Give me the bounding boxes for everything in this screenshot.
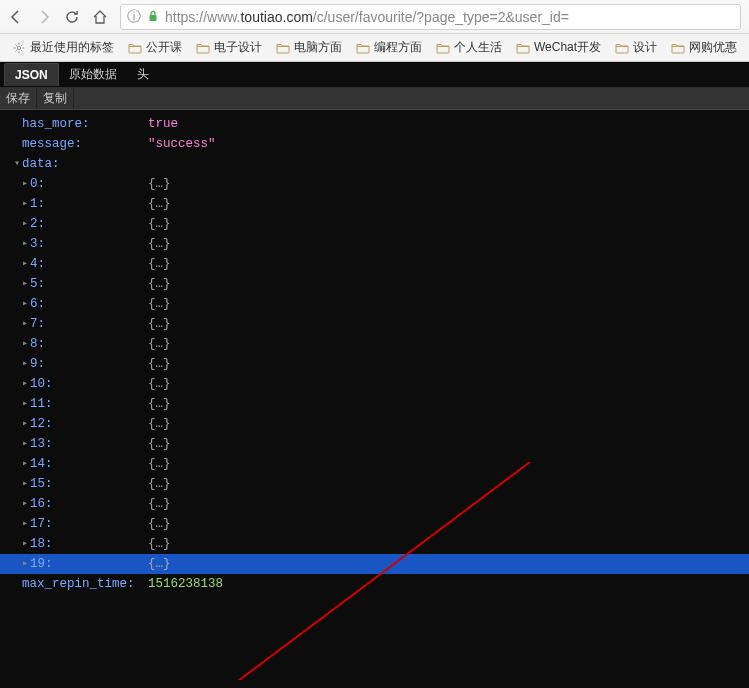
json-value[interactable]: {…}	[148, 194, 171, 214]
json-row-item[interactable]: 19:{…}	[0, 554, 749, 574]
json-value[interactable]: {…}	[148, 354, 171, 374]
json-row-item[interactable]: 3:{…}	[0, 234, 749, 254]
expand-right-icon[interactable]	[20, 474, 30, 494]
expand-right-icon[interactable]	[20, 454, 30, 474]
json-control-button[interactable]: 保存	[0, 88, 37, 109]
svg-point-1	[17, 46, 20, 49]
folder-icon	[128, 42, 142, 54]
bookmark-item[interactable]: 编程方面	[350, 37, 428, 58]
json-tab[interactable]: JSON	[4, 63, 59, 86]
expand-right-icon[interactable]	[20, 414, 30, 434]
json-tab[interactable]: 头	[127, 62, 159, 87]
bookmark-item[interactable]: WeChat开发	[510, 37, 607, 58]
expand-down-icon[interactable]	[12, 154, 22, 174]
expand-right-icon[interactable]	[20, 554, 30, 574]
expand-right-icon[interactable]	[20, 214, 30, 234]
bookmark-item[interactable]: 设计	[609, 37, 663, 58]
json-row-item[interactable]: 16:{…}	[0, 494, 749, 514]
json-row-item[interactable]: 2:{…}	[0, 214, 749, 234]
expand-right-icon[interactable]	[20, 534, 30, 554]
json-row-item[interactable]: 9:{…}	[0, 354, 749, 374]
json-value[interactable]: {…}	[148, 534, 171, 554]
back-button[interactable]	[8, 9, 24, 25]
json-row-item[interactable]: 0:{…}	[0, 174, 749, 194]
json-row-item[interactable]: 10:{…}	[0, 374, 749, 394]
json-value[interactable]: {…}	[148, 494, 171, 514]
json-value[interactable]: {…}	[148, 174, 171, 194]
json-value[interactable]: {…}	[148, 314, 171, 334]
expand-right-icon[interactable]	[20, 394, 30, 414]
json-row-item[interactable]: 17:{…}	[0, 514, 749, 534]
json-key: 16:	[30, 497, 53, 511]
bookmark-item[interactable]: 最近使用的标签	[6, 37, 120, 58]
expand-right-icon[interactable]	[20, 194, 30, 214]
json-value[interactable]: {…}	[148, 334, 171, 354]
bookmarks-bar: 最近使用的标签公开课电子设计电脑方面编程方面个人生活WeChat开发设计网购优惠	[0, 34, 749, 62]
url-bar[interactable]: ⓘ https://www.toutiao.com/c/user/favouri…	[120, 4, 741, 30]
json-value[interactable]: {…}	[148, 434, 171, 454]
json-row-item[interactable]: 4:{…}	[0, 254, 749, 274]
bookmark-label: 网购优惠	[689, 39, 737, 56]
json-row-item[interactable]: 7:{…}	[0, 314, 749, 334]
json-key: 1:	[30, 197, 45, 211]
json-control-button[interactable]: 复制	[37, 88, 74, 109]
expand-right-icon[interactable]	[20, 274, 30, 294]
bookmark-item[interactable]: 电脑方面	[270, 37, 348, 58]
forward-button[interactable]	[36, 9, 52, 25]
json-viewer-controls: 保存复制	[0, 88, 749, 110]
json-key: max_repin_time:	[22, 577, 135, 591]
json-key: 18:	[30, 537, 53, 551]
expand-right-icon[interactable]	[20, 314, 30, 334]
expand-right-icon[interactable]	[20, 334, 30, 354]
expand-right-icon[interactable]	[20, 494, 30, 514]
expand-right-icon[interactable]	[20, 254, 30, 274]
json-value: "success"	[148, 134, 216, 154]
json-value[interactable]: {…}	[148, 254, 171, 274]
json-key: 3:	[30, 237, 45, 251]
json-value[interactable]: {…}	[148, 414, 171, 434]
lock-icon	[147, 9, 159, 25]
json-row-item[interactable]: 12:{…}	[0, 414, 749, 434]
bookmark-item[interactable]: 个人生活	[430, 37, 508, 58]
json-row-item[interactable]: 5:{…}	[0, 274, 749, 294]
json-row-item[interactable]: 1:{…}	[0, 194, 749, 214]
bookmark-item[interactable]: 公开课	[122, 37, 188, 58]
json-row-item[interactable]: 13:{…}	[0, 434, 749, 454]
expand-right-icon[interactable]	[20, 434, 30, 454]
json-row-item[interactable]: 15:{…}	[0, 474, 749, 494]
json-key: 15:	[30, 477, 53, 491]
json-value[interactable]: {…}	[148, 294, 171, 314]
json-row-item[interactable]: 6:{…}	[0, 294, 749, 314]
folder-icon	[436, 42, 450, 54]
expand-right-icon[interactable]	[20, 514, 30, 534]
json-value[interactable]: {…}	[148, 454, 171, 474]
bookmark-label: WeChat开发	[534, 39, 601, 56]
expand-right-icon[interactable]	[20, 354, 30, 374]
json-value[interactable]: {…}	[148, 394, 171, 414]
json-row-item[interactable]: 8:{…}	[0, 334, 749, 354]
expand-right-icon[interactable]	[20, 294, 30, 314]
json-row-data[interactable]: data:	[0, 154, 749, 174]
json-row-item[interactable]: 18:{…}	[0, 534, 749, 554]
expand-right-icon[interactable]	[20, 234, 30, 254]
json-value[interactable]: {…}	[148, 374, 171, 394]
json-value[interactable]: {…}	[148, 274, 171, 294]
folder-icon	[615, 42, 629, 54]
json-value[interactable]: {…}	[148, 554, 171, 574]
json-value[interactable]: {…}	[148, 214, 171, 234]
expand-right-icon[interactable]	[20, 174, 30, 194]
json-key: has_more:	[22, 117, 90, 131]
json-tab[interactable]: 原始数据	[59, 62, 127, 87]
info-icon: ⓘ	[127, 8, 141, 26]
json-value[interactable]: {…}	[148, 514, 171, 534]
home-button[interactable]	[92, 9, 108, 25]
bookmark-item[interactable]: 网购优惠	[665, 37, 743, 58]
json-row-item[interactable]: 14:{…}	[0, 454, 749, 474]
json-value[interactable]: {…}	[148, 474, 171, 494]
json-key: 8:	[30, 337, 45, 351]
json-value[interactable]: {…}	[148, 234, 171, 254]
json-row-item[interactable]: 11:{…}	[0, 394, 749, 414]
expand-right-icon[interactable]	[20, 374, 30, 394]
bookmark-item[interactable]: 电子设计	[190, 37, 268, 58]
reload-button[interactable]	[64, 9, 80, 25]
